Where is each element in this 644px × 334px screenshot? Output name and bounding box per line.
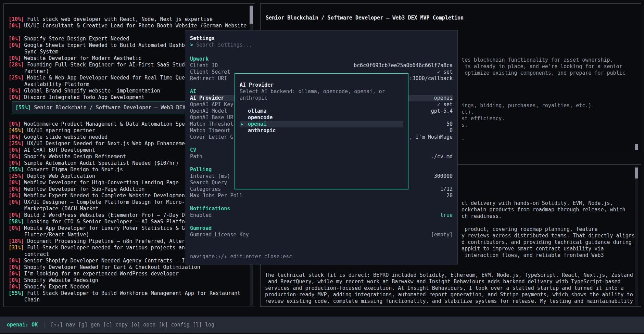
dropdown-option[interactable]: ▶ anthropic: [240, 127, 403, 134]
ai-provider-status-value: OK: [31, 322, 38, 328]
match-score: [45%]: [9, 127, 24, 134]
job-title: AI CHAT BOT Development: [24, 147, 95, 153]
setting-label: Notifications: [190, 206, 230, 212]
match-score: [10%]: [9, 16, 24, 23]
job-title: contract: [9, 251, 49, 258]
job-list-item[interactable]: Chain: [9, 297, 247, 303]
proposal-line: interaction flows, and reliable frontend…: [462, 252, 634, 259]
job-description-body: tes blockchain functionality for asset o…: [462, 57, 634, 141]
description-line: ings, bidding, purchases, royalties, etc…: [462, 102, 634, 109]
description-line: st efficiency.: [462, 115, 634, 122]
job-list-scrollbar-thumb[interactable]: [250, 6, 253, 24]
match-score: [0%]: [9, 212, 21, 219]
job-list-item[interactable]: [0%] Shopify Website Redesign: [9, 277, 247, 284]
match-score: [0%]: [9, 277, 21, 284]
dropdown-option[interactable]: ▶ openai: [240, 121, 403, 127]
match-score: [0%]: [9, 23, 21, 29]
job-list-item[interactable]: [0%] Shopify Expert Needed: [9, 284, 247, 290]
settings-row[interactable]: [190, 219, 453, 225]
setting-value: 20: [446, 193, 453, 199]
dropdown-option[interactable]: ▶ ollama: [240, 108, 403, 114]
settings-modal-title: Settings: [190, 35, 453, 42]
proposal-line: d contributors, and providing technical …: [462, 239, 634, 246]
setting-label: Upwork: [190, 56, 209, 62]
settings-row[interactable]: Gumroad License Key [empty]: [190, 232, 453, 238]
setting-label: Categories: [190, 186, 221, 193]
job-list-item[interactable]: [0%] UX/UI Consultant & Creative Lead fo…: [9, 23, 247, 29]
settings-row[interactable]: Client ID bc6c0f693cb7ee25a0b646c661f7a8…: [190, 62, 453, 69]
setting-label: Cover Letter G: [190, 134, 233, 140]
dropdown-option[interactable]: ▶ opencode: [240, 114, 403, 121]
setting-value: true: [440, 212, 453, 219]
proposal-line: ch readiness.: [462, 213, 634, 220]
settings-row[interactable]: Upwork: [190, 56, 453, 62]
match-score: [28%]: [9, 62, 24, 68]
job-title: Full Stack Developer to Build Workforce …: [27, 290, 240, 297]
job-title: Full stack web developer with React, Nod…: [27, 16, 213, 23]
dropdown-description: Select AI backend: ollama, opencode, ope…: [240, 88, 403, 101]
match-score: [0%]: [9, 94, 21, 101]
match-score: [0%]: [9, 264, 21, 271]
match-score: [25%]: [9, 75, 24, 81]
job-title: Chain: [9, 297, 40, 303]
job-title: I’m looking for an experienced WordPress…: [24, 271, 179, 277]
description-scrollbar-thumb[interactable]: [635, 144, 638, 150]
job-title: Document Processing Pipeline — n8n Prefe…: [27, 238, 185, 245]
description-line: s.: [462, 122, 634, 128]
proposal-body: ct delivery with hands-on Solidity, EVM,…: [462, 200, 634, 259]
job-title: Simple Automation Audit Specialist Neede…: [24, 160, 179, 166]
description-line: is already in place, and we're looking f…: [462, 63, 634, 70]
settings-search-input[interactable]: > Search settings...: [190, 42, 453, 48]
setting-value: gpt-5.4: [431, 108, 453, 114]
selected-arrow-icon: ▶: [240, 121, 248, 127]
setting-value: 300000: [434, 173, 453, 180]
match-score: [58%]: [9, 219, 24, 225]
job-title: UX/UI sparring partner: [27, 127, 95, 134]
proposal-scrollbar-track[interactable]: [635, 166, 638, 305]
settings-row[interactable]: Max Jobs Per Poll 20: [190, 193, 453, 199]
setting-value: [empty]: [431, 232, 453, 238]
dropdown-option-label: openai: [248, 121, 266, 127]
job-title: Mobile App Developer for Luxury Poker St…: [24, 225, 185, 232]
match-score: [0%]: [9, 134, 21, 140]
setting-value: openai: [434, 95, 453, 101]
settings-row[interactable]: Enabled true: [190, 212, 453, 219]
app-root: { "colors": {"accent": "#45d6b1", "red":…: [0, 0, 644, 334]
description-line: optimize existing components, and prepar…: [462, 70, 634, 76]
ai-provider-dropdown: AI Provider Select AI backend: ollama, o…: [235, 73, 408, 189]
setting-label: Interval (ms): [190, 173, 230, 180]
job-list-item[interactable]: [0%] Shopify Developer Needed for Cart &…: [9, 264, 247, 271]
setting-label: Path: [190, 153, 202, 160]
job-title: Shopify Website Redesign: [24, 277, 98, 284]
setting-value: , I'm MoshMage: [409, 134, 453, 140]
job-title: Global Brand Shopify website- implementa…: [24, 88, 160, 94]
proposal-line: ct delivery with hands-on Solidity, EVM,…: [462, 200, 634, 207]
job-list-item[interactable]: [0%] I’m looking for an experienced Word…: [9, 271, 247, 277]
keybind-hints: [↑↓] nav [g] gen [c] copy [o] open [k] c…: [50, 322, 214, 328]
match-score: [0%]: [9, 88, 21, 94]
proposal-paragraph: The technical stack fit is direct: BEPRO…: [265, 272, 634, 305]
job-list-item[interactable]: [55%] Full Stack Developer to Build Work…: [9, 290, 247, 297]
settings-row[interactable]: Gumroad: [190, 225, 453, 232]
match-score: [0%]: [9, 225, 21, 232]
setting-value: 0: [450, 127, 453, 134]
proposal-scrollbar-thumb[interactable]: [635, 168, 638, 178]
proposal-line: product, covering roadmap planning, feat…: [462, 226, 634, 233]
job-list-item[interactable]: [10%] Full stack web developer with Reac…: [9, 16, 247, 23]
job-title: Flutter/React Native): [9, 232, 89, 238]
settings-row[interactable]: [190, 199, 453, 206]
job-title: UX/UI Consultant & Creative Lead for Pho…: [24, 23, 247, 29]
proposal-line: appkit to improve smart contract usabili…: [462, 246, 634, 252]
job-title: Sync System: [9, 49, 58, 55]
search-prompt-icon: >: [190, 42, 193, 48]
match-score: [0%]: [9, 42, 21, 49]
setting-label: OpenAI API Key: [190, 101, 233, 108]
job-title: Webflow Developer for High-Converting La…: [24, 180, 179, 186]
proposal-paragraph-line: production-ready MVP, adding integration…: [265, 292, 634, 298]
match-score: [55%]: [9, 290, 24, 297]
setting-label: Redirect URI: [190, 75, 227, 82]
match-score: [25%]: [9, 173, 24, 180]
setting-value: bc6c0f693cb7ee25a0b646c661f7a8ca: [354, 62, 453, 69]
proposal-line: y reviews across distributed teams. That…: [462, 233, 634, 239]
settings-row[interactable]: Notifications: [190, 206, 453, 212]
